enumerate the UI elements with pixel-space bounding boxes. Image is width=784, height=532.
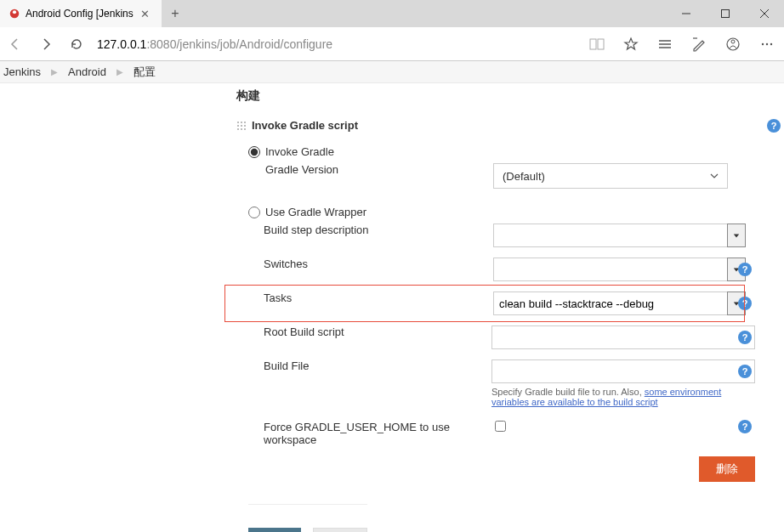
- use-gradle-wrapper-radio[interactable]: [248, 207, 260, 218]
- refresh-button[interactable]: [61, 27, 92, 61]
- new-tab-button[interactable]: +: [162, 0, 189, 27]
- use-gradle-wrapper-label: Use Gradle Wrapper: [265, 206, 366, 218]
- svg-rect-6: [590, 39, 596, 49]
- reading-view-icon[interactable]: [580, 27, 614, 61]
- chevron-right-icon: ▶: [108, 67, 132, 76]
- chevron-down-icon: [710, 172, 719, 180]
- browser-tab[interactable]: Android Config [Jenkins ✕: [0, 0, 162, 27]
- crumb-configure[interactable]: 配置: [132, 65, 157, 80]
- build-file-input[interactable]: [491, 359, 755, 383]
- help-icon[interactable]: ?: [738, 297, 752, 310]
- close-tab-icon[interactable]: ✕: [137, 8, 153, 20]
- more-icon[interactable]: [750, 27, 784, 61]
- jenkins-favicon-icon: [9, 8, 20, 20]
- favorite-icon[interactable]: [614, 27, 648, 61]
- drag-handle-icon[interactable]: [236, 121, 247, 131]
- share-icon[interactable]: [716, 27, 750, 61]
- force-gradle-home-checkbox[interactable]: [495, 421, 506, 432]
- tasks-label: Tasks: [264, 291, 292, 304]
- help-icon[interactable]: ?: [738, 365, 752, 378]
- delete-step-button[interactable]: 删除: [699, 456, 755, 482]
- help-icon[interactable]: ?: [738, 331, 752, 344]
- window-close-button[interactable]: [745, 0, 784, 27]
- tasks-input[interactable]: [493, 291, 728, 315]
- build-file-label: Build File: [264, 359, 309, 372]
- build-step-description-input[interactable]: [493, 224, 728, 247]
- window-minimize-button[interactable]: [667, 0, 706, 27]
- force-gradle-home-label: Force GRADLE_USER_HOME to use workspace: [264, 421, 493, 446]
- gradle-version-select[interactable]: (Default): [493, 163, 728, 189]
- section-title: 构建: [236, 88, 784, 104]
- collapsed-section: [248, 504, 367, 516]
- breadcrumb: Jenkins ▶ Android ▶ 配置: [0, 61, 784, 83]
- svg-point-16: [770, 42, 772, 44]
- triangle-down-icon: [733, 232, 740, 239]
- svg-point-13: [731, 40, 735, 43]
- svg-rect-7: [598, 39, 604, 49]
- gradle-version-value: (Default): [503, 170, 545, 183]
- address-bar[interactable]: 127.0.0.1:8080/jenkins/job/Android/confi…: [92, 37, 580, 51]
- switches-input[interactable]: [493, 258, 728, 281]
- url-host: 127.0.0.1: [97, 37, 146, 51]
- build-step-title: Invoke Gradle script: [252, 119, 358, 132]
- window-maximize-button[interactable]: [706, 0, 745, 27]
- svg-rect-3: [722, 10, 730, 18]
- back-button[interactable]: [0, 27, 31, 61]
- crumb-android[interactable]: Android: [66, 65, 108, 78]
- crumb-jenkins[interactable]: Jenkins: [2, 65, 43, 78]
- hub-icon[interactable]: [648, 27, 682, 61]
- root-build-script-input[interactable]: [491, 325, 755, 349]
- forward-button[interactable]: [31, 27, 61, 61]
- invoke-gradle-radio[interactable]: [248, 146, 260, 158]
- build-file-hint: Specify Gradle build file to run. Also, …: [491, 387, 755, 407]
- invoke-gradle-label: Invoke Gradle: [265, 145, 334, 158]
- gradle-version-label: Gradle Version: [265, 163, 338, 176]
- chevron-right-icon: ▶: [43, 67, 66, 76]
- svg-point-15: [766, 42, 768, 44]
- tab-title: Android Config [Jenkins: [26, 8, 137, 20]
- titlebar-spacer: [189, 0, 667, 27]
- url-path: :8080/jenkins/job/Android/configure: [146, 37, 332, 51]
- web-note-icon[interactable]: [682, 27, 716, 61]
- svg-point-1: [13, 10, 16, 14]
- svg-point-14: [762, 42, 764, 44]
- help-icon[interactable]: ?: [767, 119, 781, 133]
- save-button[interactable]: 保存: [248, 528, 301, 532]
- expand-toggle[interactable]: [727, 224, 746, 247]
- root-build-script-label: Root Build script: [264, 325, 344, 338]
- help-icon[interactable]: ?: [738, 420, 752, 433]
- apply-button[interactable]: 应用: [313, 528, 367, 532]
- switches-label: Switches: [264, 258, 308, 270]
- help-icon[interactable]: ?: [738, 263, 752, 276]
- build-step-description-label: Build step description: [264, 224, 369, 236]
